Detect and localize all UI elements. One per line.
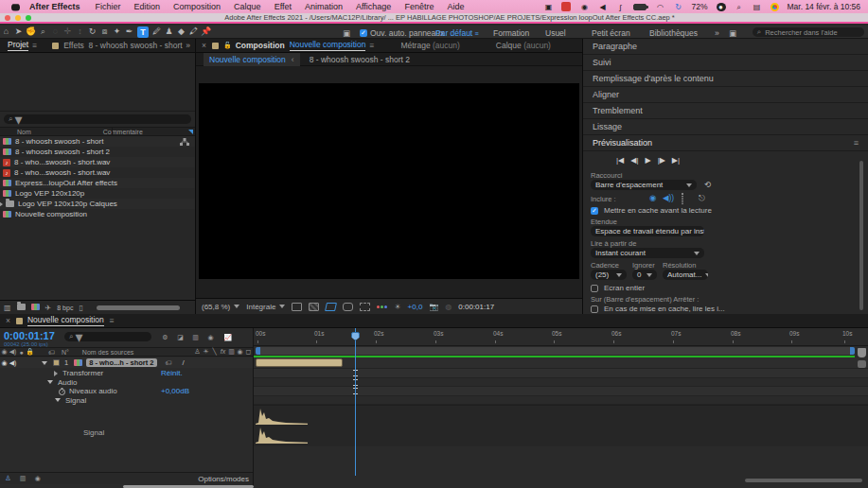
fx-column-icon[interactable]: fx <box>219 348 227 356</box>
audio-group-row[interactable]: Audio <box>0 378 253 388</box>
workspace-bibliotheques[interactable]: Bibliothèques <box>649 28 698 38</box>
chrome-icon[interactable] <box>771 3 779 11</box>
expand-arrow-icon[interactable] <box>54 371 58 376</box>
new-folder-icon[interactable] <box>17 304 26 312</box>
record-dot-icon[interactable]: ◉ <box>579 3 589 11</box>
exposure-value[interactable]: +0,0 <box>408 303 423 311</box>
project-item[interactable]: ♪ 8 - who...swoosh - short.wav <box>0 167 195 178</box>
menu-app[interactable]: After Effects <box>29 2 80 11</box>
workspace-formation[interactable]: Formation <box>493 28 529 38</box>
layer-parent-pickwhip-icon[interactable]: 🏷 <box>165 359 173 366</box>
menu-animation[interactable]: Animation <box>305 2 343 11</box>
graph-editor-icon[interactable]: 📈 <box>223 334 232 341</box>
project-item[interactable]: Logo VEP 120x120p <box>0 188 195 199</box>
audio-levels-row[interactable]: Niveaux audio +0,00dB <box>0 387 253 396</box>
clone-stamp-tool-icon[interactable]: ♟ <box>163 26 175 38</box>
skip-dropdown[interactable]: 0 <box>632 270 657 280</box>
menu-fenetre[interactable]: Fenêtre <box>404 2 434 11</box>
viewer-subtab-active[interactable]: Nouvelle composition ‹ <box>204 53 300 66</box>
audio-group-label[interactable]: Audio <box>58 378 77 387</box>
minimize-window-button[interactable] <box>15 15 21 21</box>
section-suivi[interactable]: Suivi <box>583 55 868 71</box>
resolution-preview-dropdown[interactable]: Automat... <box>663 270 708 280</box>
layer-label-color-chip[interactable] <box>53 359 60 366</box>
rotate-tool-icon[interactable]: ↻ <box>86 26 98 38</box>
menu-fichier[interactable]: Fichier <box>96 2 121 11</box>
tab-metrage[interactable]: Métrage (aucun) <box>400 41 459 50</box>
source-name-column[interactable]: Nom des sources <box>82 349 133 356</box>
label-column-icon[interactable]: 🏷 <box>47 349 56 356</box>
project-item[interactable]: Nouvelle composition <box>0 209 195 219</box>
panel-menu-icon[interactable]: ≡ <box>110 316 115 325</box>
close-panel-icon[interactable]: × <box>202 41 206 50</box>
transform-property-row[interactable]: Transformer Réinit. <box>0 369 253 378</box>
region-of-interest-icon[interactable] <box>325 303 337 311</box>
project-item[interactable]: 8 - whoosh swoosh - short <box>0 136 195 147</box>
next-frame-button[interactable]: |▶ <box>658 156 665 165</box>
play-button[interactable]: ▶ <box>645 156 650 165</box>
stopwatch-icon[interactable] <box>59 388 65 395</box>
project-item[interactable]: ♪ 8 - who...swoosh - short.wav <box>0 157 195 167</box>
preview-timecode[interactable]: 0:00:01:17 <box>458 303 494 311</box>
shy-column-icon[interactable]: ♙ <box>193 348 202 356</box>
collapse-column-icon[interactable]: ☀ <box>202 348 210 356</box>
close-window-button[interactable] <box>5 15 10 21</box>
guides-options-icon[interactable] <box>360 303 370 311</box>
previous-frame-button[interactable]: ◀| <box>630 156 638 165</box>
motion-blur-icon[interactable]: ◉ <box>206 334 215 341</box>
first-frame-button[interactable]: |◀ <box>616 156 624 165</box>
section-lissage[interactable]: Lissage <box>583 119 868 135</box>
solo-column-icon[interactable]: ● <box>17 349 26 356</box>
section-aligner[interactable]: Aligner <box>583 87 868 103</box>
tab-composition-name[interactable]: Nouvelle composition <box>290 40 366 51</box>
layer-row[interactable]: ◉ ◀) 1 8 - who...h - short 2 🏷 / <box>0 357 253 368</box>
red-app-icon[interactable] <box>561 2 571 11</box>
audio-levels-value[interactable]: +0,00dB <box>161 387 189 395</box>
3d-column-icon[interactable]: ◻ <box>244 348 253 356</box>
lock-column-icon[interactable]: 🔒 <box>26 348 34 356</box>
comp-marker-bin-icon[interactable] <box>858 348 866 357</box>
timeline-tab-name[interactable]: Nouvelle composition <box>27 315 104 326</box>
project-horizontal-scrollbar[interactable] <box>97 305 180 310</box>
show-snapshot-icon[interactable]: ◍ <box>445 303 452 311</box>
layer-quality-switch[interactable]: / <box>183 358 185 367</box>
panel-menu-icon[interactable]: ≡ <box>854 138 859 148</box>
cache-play-checkbox[interactable]: En cas de mise en cache, lire les i... <box>591 305 725 313</box>
current-time-indicator-line[interactable] <box>355 328 356 476</box>
sync-icon[interactable]: ↻ <box>673 3 682 11</box>
tab-composition-label[interactable]: Composition <box>236 41 285 50</box>
project-item[interactable]: 8 - whoosh swoosh - short 2 <box>0 147 195 157</box>
transparency-grid-icon[interactable] <box>309 303 319 311</box>
pan-camera-tool-icon[interactable]: ✛ <box>62 26 74 38</box>
auto-open-panels-checkbox[interactable]: ✓ Ouv. auto. panneaux <box>360 28 444 38</box>
brush-tool-icon[interactable]: 🖉 <box>151 26 163 38</box>
layer-name[interactable]: 8 - who...h - short 2 <box>86 358 156 367</box>
collapse-arrow-icon[interactable] <box>55 398 61 402</box>
shape-tool-icon[interactable]: ✦ <box>111 26 123 38</box>
menu-affichage[interactable]: Affichage <box>356 2 391 11</box>
panel-menu-icon[interactable]: ≡ <box>32 41 37 50</box>
menu-composition[interactable]: Composition <box>173 2 221 11</box>
composition-mini-flowchart-icon[interactable]: ⚙ <box>161 334 169 341</box>
expand-arrow-icon[interactable] <box>0 201 3 207</box>
menubar-clock[interactable]: Mar. 14 févr. à 10:56 <box>788 2 861 11</box>
hand-tool-icon[interactable]: ✊ <box>25 26 37 38</box>
collapse-arrow-icon[interactable] <box>47 380 53 384</box>
section-paragraphe[interactable]: Paragraphe <box>583 39 868 55</box>
waveform-group-row[interactable]: Signal <box>0 396 253 406</box>
timeline-search-input[interactable]: ⌕▾ <box>64 332 151 341</box>
battery-icon[interactable] <box>633 4 647 10</box>
layer-number-column[interactable]: N° <box>62 349 69 356</box>
rightpanel-vertical-scrollbar[interactable] <box>859 161 863 310</box>
motion-blur-column-icon[interactable]: ◉ <box>236 348 244 356</box>
delete-item-icon[interactable]: ▯ <box>79 304 82 312</box>
layer-expand-arrow[interactable] <box>42 361 47 365</box>
tab-projet[interactable]: Projet <box>8 40 28 51</box>
include-overlays-icon[interactable] <box>682 193 683 204</box>
menu-calque[interactable]: Calque <box>234 2 261 11</box>
last-frame-button[interactable]: ▶| <box>672 156 680 165</box>
magnification-dropdown[interactable]: (65,8 %) <box>202 303 239 311</box>
shortcut-dropdown[interactable]: Barre d'espacement <box>591 180 697 190</box>
mask-visibility-icon[interactable] <box>343 303 353 311</box>
section-previsualisation[interactable]: Prévisualisation ≡ <box>583 135 868 151</box>
